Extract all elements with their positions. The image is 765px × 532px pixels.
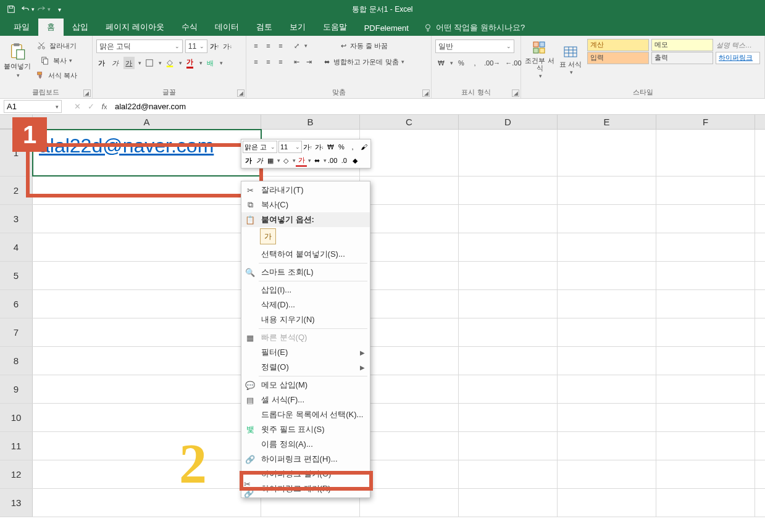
cell[interactable] xyxy=(656,318,755,346)
col-header-b[interactable]: B xyxy=(261,115,360,129)
ctx-remove-hyperlink[interactable]: ✂🔗하이퍼링크 제거(R) xyxy=(241,481,370,496)
style-hyperlink[interactable]: 하이퍼링크 xyxy=(716,52,760,64)
cell[interactable] xyxy=(360,404,459,431)
cell[interactable] xyxy=(360,177,459,204)
row-header-10[interactable]: 10 xyxy=(0,404,33,431)
cell[interactable] xyxy=(558,347,656,375)
mini-accounting[interactable]: ₩ xyxy=(325,141,336,153)
cell[interactable] xyxy=(33,290,261,318)
style-input[interactable]: 입력 xyxy=(587,52,649,64)
bold-button[interactable]: 가 xyxy=(96,57,107,69)
ctx-paste-special[interactable]: 선택하여 붙여넣기(S)... xyxy=(241,247,370,262)
mini-format-painter[interactable]: 🖌 xyxy=(358,141,369,153)
mini-increase-font[interactable]: 가↑ xyxy=(302,141,314,153)
font-name-select[interactable]: 맑은 고딕⌄ xyxy=(96,39,183,53)
ctx-delete[interactable]: 삭제(D)... xyxy=(241,297,370,312)
cell[interactable] xyxy=(656,233,755,261)
tab-insert[interactable]: 삽입 xyxy=(64,19,97,36)
cell[interactable] xyxy=(558,404,656,431)
row-header-2[interactable]: 2 xyxy=(0,177,33,204)
cell[interactable] xyxy=(459,347,558,375)
mini-inc-dec[interactable]: .00 xyxy=(327,154,338,167)
cell[interactable] xyxy=(33,489,261,517)
mini-percent[interactable]: % xyxy=(336,141,347,153)
col-header-c[interactable]: C xyxy=(360,115,459,129)
tell-me[interactable]: 어떤 작업을 원하시나요? xyxy=(417,20,531,36)
cell[interactable] xyxy=(33,432,261,460)
select-all-corner[interactable] xyxy=(0,115,33,129)
mini-decrease-font[interactable]: 가↓ xyxy=(314,141,325,153)
align-left-button[interactable]: ≡ xyxy=(250,56,261,68)
tab-view[interactable]: 보기 xyxy=(281,19,314,36)
row-header-9[interactable]: 9 xyxy=(0,375,33,403)
ctx-cut[interactable]: ✂잘라내기(T) xyxy=(241,183,370,197)
increase-font-button[interactable]: 가↑ xyxy=(209,40,220,52)
comma-button[interactable]: , xyxy=(469,57,480,69)
cell[interactable] xyxy=(459,177,558,204)
cell[interactable] xyxy=(360,318,459,346)
ctx-edit-hyperlink[interactable]: 🔗하이퍼링크 편집(H)... xyxy=(241,452,370,467)
cell[interactable] xyxy=(360,489,459,517)
qat-customize-icon[interactable]: ▾ xyxy=(52,2,67,17)
ctx-sort[interactable]: 정렬(O)▶ xyxy=(241,360,370,375)
col-header-a[interactable]: A xyxy=(33,115,261,129)
copy-button[interactable]: 복사▾ xyxy=(35,54,78,67)
cell[interactable] xyxy=(558,233,656,261)
style-output[interactable]: 출력 xyxy=(651,52,713,64)
format-painter-button[interactable]: 서식 복사 xyxy=(35,69,78,81)
row-header-12[interactable]: 12 xyxy=(0,460,33,488)
mini-italic[interactable]: 가 xyxy=(254,154,265,167)
mini-merge[interactable]: ⬌ xyxy=(311,154,322,167)
font-color-button[interactable]: 가 xyxy=(185,57,196,69)
mini-font-color[interactable]: 가 xyxy=(296,154,307,167)
cell[interactable] xyxy=(360,233,459,261)
cell-c1[interactable] xyxy=(360,130,459,176)
cell[interactable] xyxy=(33,404,261,431)
percent-button[interactable]: % xyxy=(456,57,467,69)
save-icon[interactable] xyxy=(4,2,19,17)
cell[interactable] xyxy=(558,205,656,233)
cell[interactable] xyxy=(33,233,261,261)
redo-icon[interactable]: ▾ xyxy=(36,2,51,17)
cell[interactable] xyxy=(558,262,656,289)
cell-e1[interactable] xyxy=(558,130,656,176)
format-as-table-button[interactable]: 표 서식▾ xyxy=(558,38,583,81)
font-size-select[interactable]: 11⌄ xyxy=(185,39,207,53)
mini-font-select[interactable]: 맑은 고⌄ xyxy=(243,141,277,153)
tab-pdfelement[interactable]: PDFelement xyxy=(356,20,417,36)
cell[interactable] xyxy=(558,290,656,318)
tab-home[interactable]: 홈 xyxy=(38,19,64,36)
mini-fill[interactable]: ◇ xyxy=(280,154,291,167)
cell-a1-value[interactable]: alal22d@naver.com xyxy=(39,135,214,157)
row-header-11[interactable]: 11 xyxy=(0,432,33,460)
cell[interactable] xyxy=(656,177,755,204)
mini-dec-dec[interactable]: .0 xyxy=(338,154,349,167)
cell[interactable] xyxy=(459,489,558,517)
cell[interactable] xyxy=(558,375,656,403)
align-top-button[interactable]: ≡ xyxy=(250,39,261,52)
cell[interactable] xyxy=(459,290,558,318)
col-header-d[interactable]: D xyxy=(459,115,558,129)
cell[interactable] xyxy=(459,404,558,431)
style-calc[interactable]: 계산 xyxy=(587,39,649,51)
paste-option-default[interactable]: 가 xyxy=(260,228,276,244)
cell-d1[interactable] xyxy=(459,130,558,176)
cell[interactable] xyxy=(33,318,261,346)
cell[interactable] xyxy=(656,205,755,233)
cell[interactable] xyxy=(656,489,755,517)
ctx-define-name[interactable]: 이름 정의(A)... xyxy=(241,437,370,452)
cell-f1[interactable] xyxy=(656,130,755,176)
cell[interactable] xyxy=(459,432,558,460)
underline-button[interactable]: 가 xyxy=(123,57,135,69)
cell[interactable] xyxy=(360,290,459,318)
decrease-font-button[interactable]: 가↓ xyxy=(222,40,233,52)
font-dialog-launcher[interactable]: ◢ xyxy=(237,89,245,97)
cell[interactable] xyxy=(656,290,755,318)
cell[interactable] xyxy=(360,432,459,460)
align-bottom-button[interactable]: ≡ xyxy=(275,39,286,52)
tab-page-layout[interactable]: 페이지 레이아웃 xyxy=(97,19,173,36)
formula-input[interactable]: alal22d@naver.com xyxy=(111,102,765,111)
cell[interactable] xyxy=(459,262,558,289)
col-header-f[interactable]: F xyxy=(656,115,755,129)
mini-clear[interactable]: ◆ xyxy=(349,154,361,167)
